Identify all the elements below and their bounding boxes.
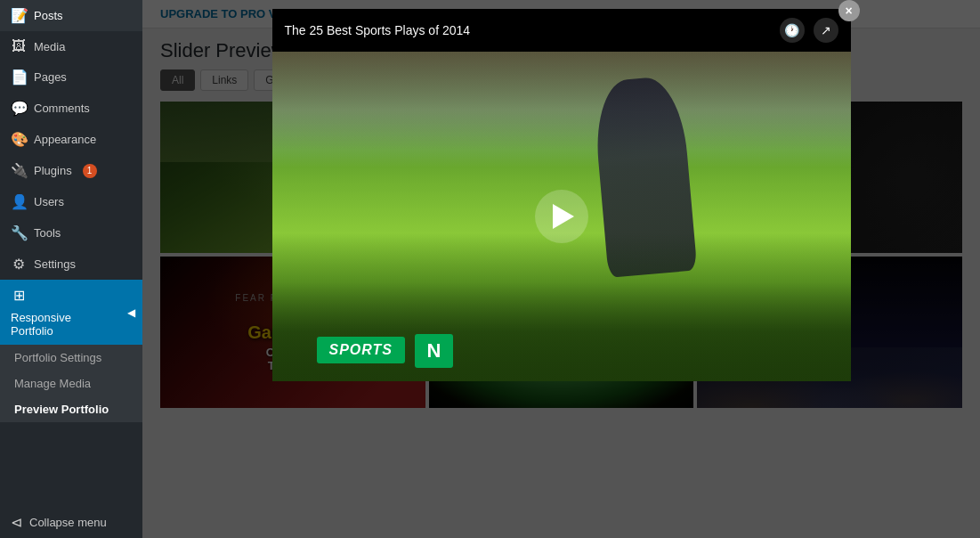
appearance-icon: 🎨 xyxy=(11,131,27,148)
collapse-arrow-icon: ◀ xyxy=(127,306,135,319)
sidebar-item-users[interactable]: 👤 Users xyxy=(0,186,142,217)
pages-icon: 📄 xyxy=(11,69,27,86)
collapse-menu-icon: ⊲ xyxy=(11,514,22,531)
sports-n-logo: N xyxy=(415,334,454,368)
modal-overlay[interactable]: × The 25 Best Sports Plays of 2014 🕐 ↗ xyxy=(142,0,980,538)
responsive-portfolio-icon: ⊞ xyxy=(11,287,27,304)
sidebar-item-appearance[interactable]: 🎨 Appearance xyxy=(0,124,142,155)
users-icon: 👤 xyxy=(11,193,27,210)
sidebar-item-media-label: Media xyxy=(34,40,65,53)
sidebar-item-posts-label: Posts xyxy=(34,9,63,22)
sidebar-item-settings-label: Settings xyxy=(34,257,76,271)
sidebar-item-pages[interactable]: 📄 Pages xyxy=(0,61,142,93)
main-content: UPGRADE TO PRO VERSION Slider Preview Al… xyxy=(142,0,980,538)
sidebar-item-settings[interactable]: ⚙ Settings xyxy=(0,249,142,280)
sidebar-sub-manage-media[interactable]: Manage Media xyxy=(0,371,142,396)
sidebar-sub-portfolio-settings[interactable]: Portfolio Settings xyxy=(0,345,142,371)
play-button[interactable] xyxy=(535,190,588,243)
collapse-menu-label: Collapse menu xyxy=(29,516,107,529)
sidebar-sub-preview-portfolio[interactable]: Preview Portfolio xyxy=(0,396,142,422)
sidebar-item-comments[interactable]: 💬 Comments xyxy=(0,93,142,124)
video-player[interactable]: SPORTS N xyxy=(272,52,851,381)
sidebar-item-responsive-portfolio-label: Responsive Portfolio xyxy=(11,311,116,338)
video-controls: 🕐 ↗ xyxy=(780,18,838,43)
comments-icon: 💬 xyxy=(11,100,27,117)
sidebar: 📝 Posts 🖼 Media 📄 Pages 💬 Comments 🎨 App… xyxy=(0,0,142,538)
sidebar-item-plugins-label: Plugins xyxy=(34,164,72,177)
video-modal-header: The 25 Best Sports Plays of 2014 🕐 ↗ xyxy=(272,9,851,52)
plugins-badge: 1 xyxy=(83,164,97,178)
plugins-icon: 🔌 xyxy=(11,162,27,179)
sidebar-item-pages-label: Pages xyxy=(34,70,67,84)
sidebar-item-appearance-label: Appearance xyxy=(34,133,96,146)
sidebar-submenu: Portfolio Settings Manage Media Preview … xyxy=(0,345,142,422)
video-modal: × The 25 Best Sports Plays of 2014 🕐 ↗ xyxy=(272,9,851,381)
sports-logo: SPORTS xyxy=(317,337,406,363)
sidebar-item-posts[interactable]: 📝 Posts xyxy=(0,0,142,31)
media-icon: 🖼 xyxy=(11,38,27,54)
sidebar-item-users-label: Users xyxy=(34,195,64,208)
modal-close-button[interactable]: × xyxy=(838,0,860,21)
sidebar-item-responsive-portfolio[interactable]: ⊞ Responsive Portfolio ◀ xyxy=(0,280,142,345)
video-title: The 25 Best Sports Plays of 2014 xyxy=(285,23,780,37)
settings-icon: ⚙ xyxy=(11,256,27,273)
collapse-menu-button[interactable]: ⊲ Collapse menu xyxy=(0,507,142,538)
sidebar-item-comments-label: Comments xyxy=(34,102,90,115)
share-icon[interactable]: ↗ xyxy=(814,18,838,43)
tools-icon: 🔧 xyxy=(11,224,27,241)
posts-icon: 📝 xyxy=(11,7,27,24)
sidebar-item-tools[interactable]: 🔧 Tools xyxy=(0,217,142,249)
clock-icon[interactable]: 🕐 xyxy=(780,18,805,43)
sidebar-item-media[interactable]: 🖼 Media xyxy=(0,31,142,61)
sidebar-item-plugins[interactable]: 🔌 Plugins 1 xyxy=(0,155,142,186)
sidebar-item-tools-label: Tools xyxy=(34,226,61,240)
